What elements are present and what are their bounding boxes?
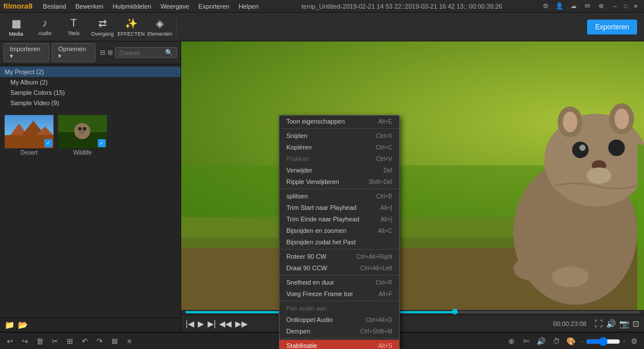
ctx-ripple-verwijderen[interactable]: Ripple Verwijderen Shift+Del [279,176,399,187]
tl-speed-button[interactable]: ⏱ [550,335,562,348]
svg-point-31 [513,256,555,281]
media-item-desert[interactable]: ✓ Desert [5,115,53,156]
close-button[interactable]: ✕ [631,2,641,11]
ctx-stabilisatie[interactable]: Stabilisatie Alt+S [279,340,399,349]
menu-bewerken[interactable]: Bewerken [71,2,108,11]
ctx-bijsnijden-zoomen[interactable]: Bijsnijden en zoomen Alt+C [279,225,399,236]
prev-frame-button[interactable]: |◀ [186,319,194,328]
user-icon[interactable]: 👤 [554,1,565,11]
tl-volume-button[interactable]: 🔊 [535,335,547,348]
media-toolbar: Importeren ▾ Opnemen ▾ ⊟ ⊞ 🔍 [0,41,181,64]
tab-audio[interactable]: ♪ Audio [31,14,59,40]
ctx-trim-end[interactable]: Trim Einde naar Playhead Alt+] [279,213,399,225]
tl-forward-button[interactable]: ↪ [18,335,31,348]
snapshot-button[interactable]: 📷 [619,319,629,328]
filter-icon[interactable]: ⊟ [100,49,105,56]
ctx-toon-eigenschappen[interactable]: Toon eigenschappen Alt+E [279,116,399,127]
tl-back-button[interactable]: ↩ [3,335,16,348]
tab-overgang[interactable]: ⇄ Overgang [89,14,116,40]
svg-point-25 [615,109,629,129]
mail-icon[interactable]: ✉ [582,1,592,11]
tl-settings-button[interactable]: ⚙ [628,335,641,348]
ctx-draai-ccw[interactable]: Draai 90 CCW Ctrl+Alt+Left [279,262,399,274]
ctx-snelheid-duur[interactable]: Snelheid en duur Ctrl+R [279,277,399,288]
media-item-wildlife[interactable]: ✓ Wildlife [58,115,107,156]
ctx-splitsen[interactable]: splitsen Ctrl+B [279,190,399,202]
thumb-img-wildlife: ✓ [58,115,107,148]
project-root[interactable]: My Project (2) [0,67,181,77]
tree-colors[interactable]: Sample Colors (15) [0,87,181,98]
tl-color-button[interactable]: 🎨 [565,335,577,348]
next-clip-button[interactable]: ▶▶ [235,319,248,328]
cloud-icon[interactable]: ☁ [568,1,578,11]
desert-label: Desert [21,149,37,156]
tl-cut-button[interactable]: ✂ [48,335,61,348]
next-frame-button[interactable]: ▶| [208,319,216,328]
ctx-sep-1 [279,128,399,129]
tab-audio-label: Audio [38,30,51,36]
tl-scissors-button[interactable]: ✄ [520,335,532,348]
prev-clip-button[interactable]: ◀◀ [219,319,232,328]
menu-exporteren[interactable]: Exporteren [194,2,234,11]
ctx-ontkoppel-audio[interactable]: Ontkoppel Audio Ctrl+Alt+D [279,314,399,325]
ctx-kopieren[interactable]: Kopiëren Ctrl+C [279,141,399,153]
tab-media[interactable]: ▦ Media [2,14,30,40]
pip-button[interactable]: ⊡ [632,319,639,328]
tree-album[interactable]: My Album (2) [0,77,181,87]
tab-overgang-label: Overgang [91,31,114,37]
tab-elementen[interactable]: ◈ Elementen [146,14,174,40]
ctx-verwijder[interactable]: Verwijder Del [279,164,399,176]
import-button[interactable]: Importeren ▾ [3,43,49,62]
search-input[interactable] [119,49,165,56]
svg-point-10 [79,131,85,134]
menu-helpen[interactable]: Helpen [234,2,263,11]
ctx-dempen[interactable]: Dempen Ctrl+Shift+M [279,325,399,337]
tab-titels[interactable]: T Titels [60,14,87,40]
maximize-button[interactable]: □ [621,2,630,11]
window-icons: ⚙ 👤 ☁ ✉ ⊕ [540,1,606,11]
tree-video[interactable]: Sample Video (9) [0,98,181,108]
tl-delete-button[interactable]: 🗑 [33,335,46,348]
zoom-slider[interactable] [586,337,620,346]
settings-icon[interactable]: ⚙ [540,1,551,11]
svg-point-9 [83,127,86,131]
fullscreen-button[interactable]: ⛶ [595,319,603,328]
tl-magnet-button[interactable]: ⊕ [505,335,518,348]
tl-zoom-in[interactable]: + [623,339,626,344]
add-folder-icon[interactable]: 📂 [18,320,28,329]
folder-icon[interactable]: 📁 [5,320,14,329]
toolbar: ▦ Media ♪ Audio T Titels ⇄ Overgang ✨ EF… [0,13,644,41]
ctx-pas-audio[interactable]: Pas audio aan [279,302,399,314]
ctx-roteer-cw[interactable]: Roteer 90 CW Ctrl+Alt+Right [279,251,399,262]
play-button[interactable]: ▶ [198,319,204,328]
tab-titels-label: Titels [67,30,79,36]
tl-more-button[interactable]: ≡ [123,335,136,348]
overgang-icon: ⇄ [98,17,107,30]
tab-effecten[interactable]: ✨ EFFECTEN [117,14,145,40]
tl-copy-button[interactable]: ⊞ [63,335,76,348]
export-button[interactable]: Exporteren [587,20,637,34]
ctx-trim-start[interactable]: Trim Start naar Playhead Alt+[ [279,202,399,213]
ctx-snijden[interactable]: Snijden Ctrl+X [279,130,399,141]
tl-zoom-out[interactable]: ─ [580,339,583,344]
menu-hulpmiddelen[interactable]: Hulpmiddelen [108,2,156,11]
tl-undo-button[interactable]: ↶ [78,335,91,348]
minimize-button[interactable]: ─ [611,2,620,11]
svg-point-24 [563,112,577,132]
svg-point-32 [551,267,589,287]
ctx-freeze-frame[interactable]: Voeg Freeze Frame toe Alt+F [279,288,399,300]
ctx-plakken[interactable]: Plakken Ctrl+V [279,153,399,164]
preview-time-display: 00:00:23:08 [553,320,586,327]
tab-effecten-label: EFFECTEN [117,31,145,37]
thumb-img-desert: ✓ [5,115,53,148]
ctx-sep-3 [279,249,399,250]
opnemen-button[interactable]: Opnemen ▾ [52,43,95,62]
volume-button[interactable]: 🔊 [606,319,616,328]
ctx-bijsnijden-past[interactable]: Bijsnijden zodat het Past [279,236,399,248]
tl-redo-button[interactable]: ↷ [93,335,106,348]
menu-bestand[interactable]: Bestand [39,2,71,11]
grid-icon[interactable]: ⊞ [108,49,113,56]
menu-weergave[interactable]: Weergave [156,2,194,11]
tl-split-button[interactable]: ⊠ [108,335,121,348]
share-icon[interactable]: ⊕ [596,1,606,11]
